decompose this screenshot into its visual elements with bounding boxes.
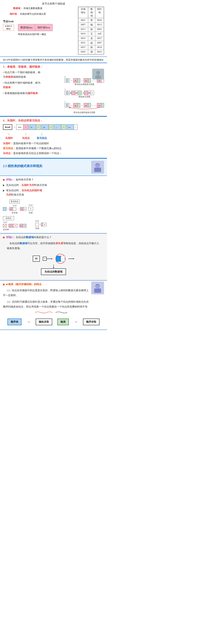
disc3-h-box: H [33, 256, 40, 262]
disc3-ptr-cell: • [43, 257, 47, 261]
disc3-diagram: H • → [3, 254, 104, 275]
dll-head [65, 91, 70, 95]
node-box: 数据域data 指针域Next [18, 24, 53, 31]
disc1-body: 无头结点时，头指针为空时表示空表 有头结点时，当头结点的指针域 为空时表示空表 [3, 183, 104, 197]
node-next-box: 指针域Next [35, 24, 52, 31]
section25-heading: 2.5 线性表的链式表示和现实 [3, 164, 42, 168]
memory-table-row: 0043周0025 [78, 50, 104, 54]
disc3-arrow: • [43, 257, 53, 261]
comp-random-access-box: 随机存取 [36, 318, 52, 325]
section-chain-chars: ■ 链表（链式存储结构）的特点 （1）结点在存储器中的位置是任意的，即逻辑上相邻… [0, 280, 107, 330]
comp-sequential-box: 顺序表 [8, 318, 22, 325]
memory-cell: 孙 [88, 27, 95, 32]
head-diagram: head → info → a₁ → a₂ → ... → [3, 124, 104, 130]
disc3-blue-data [56, 256, 61, 262]
cll-node-an: aₙ [97, 103, 104, 108]
hd-arrow1: → [13, 126, 16, 129]
diagram-double-list: L ⇌ ↔ a₁ ↔ ...⇌ ↔ aₙ ∧ [65, 88, 104, 98]
bullet-icon [3, 179, 5, 181]
disc3-ptr-area: → [61, 256, 65, 262]
comp-sequential-access-box: 顺序存取 [83, 318, 100, 325]
node-label: 节点Node [3, 20, 53, 23]
discussion-3: 讨论3： 头结点的数据域内装的是什么？ 头结点的数据域可以为空，也可存放线性表长… [0, 233, 107, 280]
disc1-title: 讨论1： 如何表示空表？ [3, 178, 104, 182]
hd-an-ptr: ^ [74, 124, 77, 130]
single-link-note: 单链表是由头指针唯一确定 [18, 33, 53, 36]
svg-rect-3 [94, 168, 101, 172]
head-ptr-label: 头指针H [5, 25, 12, 28]
hd-an-data: aₙ [67, 124, 74, 130]
disc1-no-head-row: → a₀ → ...→ aₙ ∧ [3, 207, 26, 211]
disc1-with-head-diagrams: 头结点 head → → aₙ [3, 216, 104, 231]
disc1-with-head-nonempty-col: 头结点 head → → aₙ [3, 216, 26, 231]
hd-an-node: aₙ ^ [67, 124, 77, 130]
disc1-empty-hnode: ∧ [41, 223, 47, 226]
svg-point-4 [96, 164, 99, 168]
disc1-no-head-empty: head ∧ 空表 [28, 200, 33, 214]
bullet-circular: • 首尾相接的链表称为循环链表 [3, 91, 63, 96]
disc3-down-arrow [48, 264, 60, 268]
memory-cell: 吴 [88, 36, 95, 41]
disc3-node-circle: → [56, 254, 65, 264]
memory-cell: 0013 [78, 27, 88, 32]
chain-chars-title: ■ 链表（链式存储结构）的特点 [3, 282, 89, 286]
non-empty-label: 非空表 [12, 212, 18, 214]
dll-node-a1: ↔ a₁ ↔ [71, 91, 82, 95]
node-fields: 数据域： 存储元素数值数据 [13, 7, 42, 10]
memory-table-row: 0031赵0007 [78, 41, 104, 45]
disc1-bullet1: 无头结点时，头指针为空时表示空表 [3, 183, 104, 188]
hd-a1-ptr: → [36, 124, 41, 130]
disc1-hnode [9, 224, 18, 228]
memory-cell: 赵 [88, 41, 95, 45]
memory-cell: 0007 [78, 23, 88, 27]
disc1-with-head-empty-label: head [35, 220, 47, 222]
svg-point-21 [96, 285, 99, 288]
hd-info-data: info [16, 124, 24, 130]
chain-point2: （2）访问时只能通过头指针进入链表，并通过每个结点的指针域依次向后顺序扫描其余结… [3, 300, 89, 309]
avatar-1 [92, 69, 104, 80]
list-types-text: • 结点只有一个指针域的链表，称为单链表或线性链表 • 结点有两个指针域的链表，… [3, 70, 63, 114]
disc1-first-node-label: 首元结点 [10, 200, 20, 204]
node-ptr-fields: 指针域： 存储后继节点的存储位置 [10, 12, 46, 16]
ptr-field-label: 指针域： [10, 12, 19, 16]
disc1-label-head: head [13, 204, 17, 206]
ll-head [65, 78, 70, 83]
svg-rect-20 [94, 288, 101, 293]
disc3-diagram-row: H • → [33, 254, 74, 264]
chain-point1: （1）结点在存储器中的位置是任意的，即逻辑上相邻的数据元素在物理上不一定相邻。 [3, 288, 89, 298]
hd-dots-data: ... [54, 124, 61, 130]
def-head-node: 头结点：是在链表的首元结点之前附设的一个结点； [3, 151, 104, 156]
memory-cell: 王 [88, 32, 95, 36]
empty-label2: 空表 [35, 227, 47, 230]
disc3-arrow-svg [47, 257, 53, 261]
bullet-double: • 结点有两个指针域的链表，称为双链表 [3, 81, 63, 90]
disc1-empty-box: ∧ [28, 207, 33, 211]
section-list-types: 3、单链表、双链表、循环链表： • 结点只有一个指针域的链表，称为单链表或线性链… [0, 63, 107, 116]
col-data-header: 数据域 [88, 7, 95, 18]
hd-info-ptr: → [24, 124, 28, 130]
comp-arrow1: → [27, 320, 31, 324]
section3-heading: 3、单链表、双链表、循环链表： [3, 65, 104, 69]
def-first-node: 首元结点：是指链表中存储第一个数据元素a₁的结点 [3, 146, 104, 151]
disc1-ptr-box [3, 207, 7, 211]
disc1-no-head-nonempty: 首元结点 head → a₀ → ...→ aₙ ∧ 非空表 [3, 200, 26, 214]
ptr-field-desc: 存储后继节点的存储位置 [20, 12, 46, 16]
svg-point-0 [96, 71, 100, 75]
memory-table-row: 0013孙0001 [78, 27, 104, 32]
memory-cell: 0001 [95, 27, 104, 32]
disc1-node-last: aₙ ∧ [20, 207, 26, 211]
disc1-hl2: 当头结点的指针域 为空 [3, 189, 42, 196]
disc1-question: 如何表示空表？ [16, 178, 34, 181]
disc1-bullet2: 有头结点时，当头结点的指针域 为空时表示空表 [3, 188, 104, 197]
hd-a2-data: a₂ [42, 124, 49, 130]
col-ptr-header: 指针域 [95, 7, 104, 18]
bullet-icon-3 [3, 237, 5, 238]
disc1-node1: a₀ → [10, 207, 16, 211]
head-ptr-box: 头指针H 0031 [3, 24, 14, 31]
list-types-content: • 结点只有一个指针域的链表，称为单链表或线性链表 • 结点有两个指针域的链表，… [3, 70, 104, 114]
disc1-head-node-label: 头结点 [3, 216, 14, 220]
memory-cell: 周 [88, 50, 95, 54]
chain-bullet [3, 284, 5, 285]
disc1-with-head-empty-col: head → ∧ 空表 [35, 216, 47, 230]
disc1-empty-head-label: head [29, 204, 33, 206]
